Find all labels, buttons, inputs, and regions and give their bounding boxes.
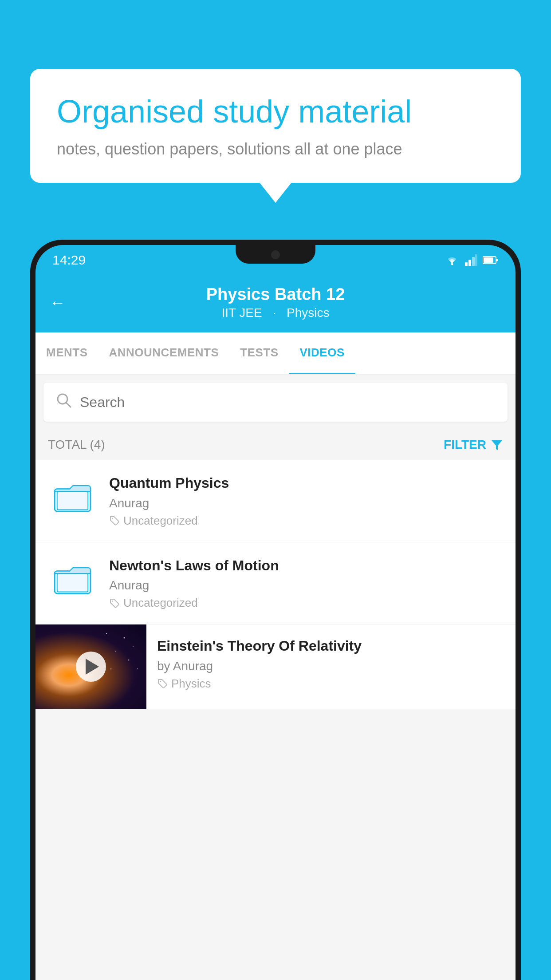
svg-rect-4 [475,254,477,266]
video-list: Quantum Physics Anurag Uncategorized [35,460,516,709]
phone-screen: ← Physics Batch 12 IIT JEE · Physics MEN… [35,275,516,980]
tag-label: Uncategorized [123,596,198,610]
svg-point-17 [124,637,125,639]
video-info-newton: Newton's Laws of Motion Anurag Uncategor… [109,557,503,610]
video-tag: Physics [157,677,505,691]
video-thumb-newton [48,557,97,601]
svg-line-9 [66,403,71,407]
filter-funnel-icon [491,439,503,451]
svg-point-13 [112,518,113,519]
battery-icon [483,255,499,265]
tab-videos[interactable]: VIDEOS [289,332,355,375]
speech-bubble: Organised study material notes, question… [30,69,521,183]
batch-title: Physics Batch 12 [206,285,345,304]
phone-frame: 14:29 [30,240,521,980]
app-header: ← Physics Batch 12 IIT JEE · Physics [35,275,516,332]
svg-point-19 [133,646,134,647]
svg-rect-2 [468,260,471,266]
speech-bubble-subtext: notes, question papers, solutions all at… [57,140,494,158]
tag-label: Physics [171,677,211,691]
back-button[interactable]: ← [50,293,66,312]
svg-point-24 [160,681,161,682]
video-info-quantum: Quantum Physics Anurag Uncategorized [109,474,503,528]
filter-label: FILTER [444,438,486,452]
signal-icon [465,254,477,266]
tab-announcements[interactable]: ANNOUNCEMENTS [98,332,230,375]
notch [236,245,315,264]
svg-rect-15 [57,573,87,592]
search-input[interactable] [80,394,495,411]
phone-inner: 14:29 [35,245,516,980]
video-author: Anurag [109,578,503,593]
svg-marker-10 [492,440,502,450]
tag-icon [109,598,120,609]
list-item[interactable]: Newton's Laws of Motion Anurag Uncategor… [35,542,516,625]
svg-point-22 [137,668,138,669]
svg-point-16 [112,601,113,602]
status-bar: 14:29 [35,245,516,275]
filter-bar: TOTAL (4) FILTER [35,430,516,460]
tag-icon [109,515,120,526]
tabs-bar: MENTS ANNOUNCEMENTS TESTS VIDEOS [35,332,516,375]
video-title: Einstein's Theory Of Relativity [157,637,505,656]
video-thumbnail-einstein [35,624,146,709]
video-info-einstein: Einstein's Theory Of Relativity by Anura… [146,624,516,703]
video-author: by Anurag [157,659,505,673]
svg-rect-3 [472,257,475,266]
content-area: TOTAL (4) FILTER [35,375,516,980]
video-tag: Uncategorized [109,596,503,610]
folder-icon [54,480,91,513]
play-triangle-icon [86,659,99,675]
status-icons [445,254,499,266]
svg-point-20 [128,660,130,661]
svg-point-18 [115,651,116,652]
list-item[interactable]: Quantum Physics Anurag Uncategorized [35,460,516,542]
wifi-icon [445,254,460,266]
video-tag: Uncategorized [109,514,503,528]
svg-rect-7 [496,259,498,261]
status-time: 14:29 [52,253,86,268]
search-icon [56,392,72,412]
batch-subtitle-right: Physics [287,306,329,320]
filter-button[interactable]: FILTER [444,438,503,452]
svg-rect-6 [484,257,493,263]
svg-rect-12 [57,491,87,510]
batch-title-block: Physics Batch 12 IIT JEE · Physics [206,285,345,320]
list-item[interactable]: Einstein's Theory Of Relativity by Anura… [35,624,516,709]
tag-icon [157,678,168,689]
video-title: Quantum Physics [109,474,503,493]
svg-point-0 [451,263,453,265]
batch-subtitle: IIT JEE · Physics [206,306,345,320]
play-button[interactable] [76,652,106,682]
svg-point-23 [110,668,112,670]
video-title: Newton's Laws of Motion [109,557,503,575]
speech-bubble-heading: Organised study material [57,93,494,130]
camera [271,250,280,259]
tab-ments[interactable]: MENTS [35,332,98,375]
svg-rect-1 [465,262,468,266]
svg-point-21 [106,633,107,634]
folder-icon [54,562,91,595]
tab-tests[interactable]: TESTS [229,332,289,375]
batch-subtitle-left: IIT JEE [221,306,262,320]
search-bar [43,383,508,422]
total-count: TOTAL (4) [48,438,105,452]
speech-bubble-container: Organised study material notes, question… [30,69,521,183]
video-thumb-quantum [48,474,97,518]
video-author: Anurag [109,496,503,510]
tag-label: Uncategorized [123,514,198,528]
